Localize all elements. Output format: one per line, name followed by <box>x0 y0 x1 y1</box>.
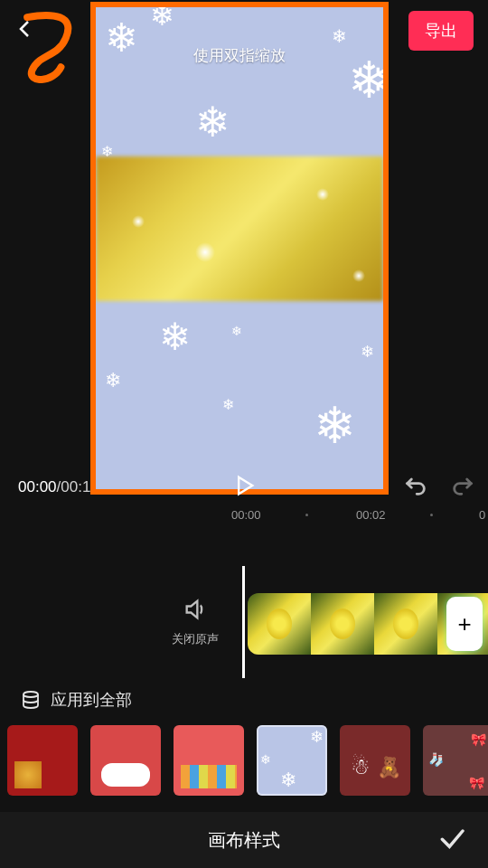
play-button[interactable] <box>231 473 257 502</box>
canvas-styles-panel: 应用到全部 ❄ ❄ ❄ ☃ 🧸 🎀 🧦 🎀 <box>0 684 488 810</box>
style-thumbs[interactable]: ❄ ❄ ❄ ☃ 🧸 🎀 🧦 🎀 <box>0 716 488 805</box>
panel-title: 画布样式 <box>208 828 280 853</box>
snowflake-icon: ❄ <box>105 369 121 392</box>
svg-marker-0 <box>239 477 252 495</box>
ruler-tick-label: 00:00 <box>231 508 261 522</box>
ruler-tick <box>430 514 433 516</box>
preview-frame[interactable]: 使用双指缩放 ❄ ❄ ❄ ❄ ❄ ❄ ❄ ❄ ❄ ❄ ❄ ❄ <box>90 2 389 495</box>
snowflake-icon: ❄ <box>314 396 356 455</box>
snowflake-icon: ❄ <box>159 315 191 359</box>
sock-icon: 🧦 <box>428 752 444 767</box>
snowflake-icon: ❄ <box>195 98 230 146</box>
mute-original-audio-button[interactable]: 关闭原声 <box>172 597 219 647</box>
clip-thumbnail[interactable] <box>311 593 374 655</box>
ruler-tick-label: 0 <box>479 508 485 522</box>
video-preview[interactable]: 使用双指缩放 ❄ ❄ ❄ ❄ ❄ ❄ ❄ ❄ ❄ ❄ ❄ ❄ <box>96 7 383 489</box>
playhead[interactable] <box>242 566 245 678</box>
confirm-button[interactable] <box>437 824 466 856</box>
stack-icon <box>20 689 42 711</box>
style-option[interactable] <box>174 725 244 796</box>
bear-icon: 🧸 <box>377 756 401 779</box>
style-option[interactable] <box>90 725 161 796</box>
bow-icon: 🎀 <box>469 776 484 790</box>
sparkle-icon <box>132 215 145 228</box>
apply-to-all-button[interactable]: 应用到全部 <box>0 684 488 716</box>
back-icon[interactable] <box>14 18 36 43</box>
video-content <box>96 156 383 301</box>
bottom-bar: 画布样式 <box>0 812 488 868</box>
ruler-tick <box>305 514 308 516</box>
clip-thumbnail[interactable] <box>374 593 437 655</box>
timeline-ruler[interactable]: 00:00 00:02 0 <box>0 506 488 528</box>
current-time: 00:00 <box>18 478 57 495</box>
snowflake-icon: ❄ <box>280 769 296 792</box>
snowflake-icon: ❄ <box>231 324 242 338</box>
timeline[interactable]: 关闭原声 + <box>0 542 488 678</box>
style-option[interactable]: 🎀 🧦 🎀 <box>423 725 488 796</box>
playback-time: 00:00/00:1 <box>18 478 90 496</box>
style-option[interactable]: ☃ 🧸 <box>340 725 410 796</box>
style-option-selected[interactable]: ❄ ❄ ❄ <box>257 725 327 796</box>
snowflake-icon: ❄ <box>361 342 374 362</box>
add-clip-button[interactable]: + <box>446 597 483 651</box>
snowflake-icon: ❄ <box>260 752 271 767</box>
snowflake-icon: ❄ <box>310 727 324 747</box>
apply-all-label: 应用到全部 <box>51 689 132 711</box>
undo-button[interactable] <box>403 473 428 502</box>
clip-thumbnail[interactable] <box>248 593 311 655</box>
sparkle-icon <box>316 188 329 201</box>
snowflake-icon: ❄ <box>222 396 234 413</box>
svg-point-1 <box>23 692 38 697</box>
sparkle-icon <box>352 269 365 282</box>
export-button[interactable]: 导出 <box>408 11 474 51</box>
redo-button[interactable] <box>450 473 475 502</box>
bow-icon: 🎀 <box>471 732 486 747</box>
total-time: 00:1 <box>61 478 90 495</box>
ruler-tick-label: 00:02 <box>356 508 386 522</box>
style-option[interactable] <box>7 725 78 796</box>
sparkle-icon <box>195 242 215 262</box>
check-icon <box>437 824 466 853</box>
mute-label: 关闭原声 <box>172 631 219 647</box>
snowman-icon: ☃ <box>351 754 371 779</box>
